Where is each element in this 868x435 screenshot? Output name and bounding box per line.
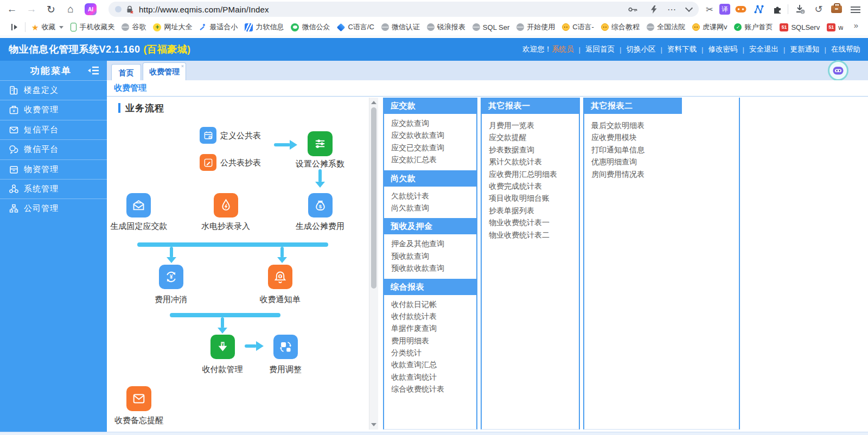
bookmark-item[interactable]: C语言/C xyxy=(337,22,374,32)
extension-puzzle-icon[interactable] xyxy=(770,0,784,18)
insecure-lock-icon[interactable] xyxy=(126,5,133,14)
report-link[interactable]: 欠款统计表 xyxy=(384,190,476,202)
report-link[interactable]: 应交款收款查询 xyxy=(384,129,476,141)
bookmarks-overflow-icon[interactable]: » xyxy=(854,21,858,30)
bookmark-item[interactable]: ★收藏 xyxy=(31,22,63,32)
report-link[interactable]: 收款查询统计 xyxy=(384,371,476,383)
graph-network-icon[interactable] xyxy=(752,0,766,18)
report-link[interactable]: 综合收费统计表 xyxy=(384,383,476,395)
report-link[interactable]: 应收费用模块 xyxy=(584,131,739,143)
sidebar-item-wechat-platform[interactable]: 微信平台 xyxy=(0,139,107,159)
report-link[interactable]: 最后交款明细表 xyxy=(584,119,739,131)
ai-helper-button[interactable] xyxy=(828,60,848,81)
report-link[interactable]: 收付款统计表 xyxy=(384,310,476,322)
report-link[interactable]: 收费完成统计表 xyxy=(482,180,579,192)
translate-icon[interactable]: 译 xyxy=(719,4,730,15)
report-link[interactable]: 收付款日记帐 xyxy=(384,298,476,310)
download-icon[interactable]: v xyxy=(793,0,807,18)
url-text[interactable]: http://www.eqmis.com/PMain/Index xyxy=(139,5,269,14)
report-link[interactable]: 单据作废查询 xyxy=(384,322,476,334)
bookmark-item[interactable]: 综合教程 xyxy=(601,22,640,32)
tab-fee-management[interactable]: 收费管理× xyxy=(143,62,186,80)
sidebar-item-fee-management[interactable]: ¥ 收费管理 xyxy=(0,100,107,119)
lightning-icon[interactable] xyxy=(647,2,660,17)
bookmark-item[interactable]: 力软信息 xyxy=(245,22,284,32)
utility-meter-entry-icon[interactable] xyxy=(214,193,238,218)
collapse-chevron-icon[interactable] xyxy=(682,2,695,17)
report-link[interactable]: 抄表数据查询 xyxy=(482,144,579,156)
define-public-meter-icon[interactable] xyxy=(200,127,216,144)
report-link[interactable]: 费用明细表 xyxy=(384,335,476,347)
report-link[interactable]: 应交已交款查询 xyxy=(384,142,476,153)
bookmark-item[interactable]: 全国法院 xyxy=(647,22,685,32)
bookmark-item[interactable]: 虎课网v xyxy=(692,22,727,32)
bookmark-item[interactable]: 开始使用 xyxy=(516,22,555,32)
report-link[interactable]: 收款查询汇总 xyxy=(384,359,476,370)
flow-scrollbar[interactable] xyxy=(369,98,378,430)
sidebar-item-building-define[interactable]: 楼盘定义 xyxy=(0,80,107,100)
report-link[interactable]: 预收款收款查询 xyxy=(384,262,476,274)
report-link[interactable]: 尚欠款查询 xyxy=(384,202,476,214)
header-link-online-help[interactable]: 在线帮助 xyxy=(831,44,860,54)
bookmark-item[interactable]: 微信公众 xyxy=(291,22,330,32)
bookmark-item[interactable]: 谷歌 xyxy=(122,22,146,32)
bookmark-item[interactable]: 51wx5d3b xyxy=(827,23,843,31)
bookmark-item[interactable]: 微信认证 xyxy=(381,22,420,32)
header-link-logout[interactable]: 安全退出 xyxy=(749,44,778,54)
sidebar-item-sms-platform[interactable]: 短信平台 xyxy=(0,120,107,139)
sidebar-toggle-icon[interactable] xyxy=(10,22,20,32)
scroll-up-icon[interactable] xyxy=(369,99,378,106)
report-link[interactable]: 分类统计 xyxy=(384,347,476,359)
header-link-home[interactable]: 返回首页 xyxy=(585,44,615,54)
site-info-icon[interactable] xyxy=(115,6,122,12)
header-link-update-notice[interactable]: 更新通知 xyxy=(790,44,819,54)
fee-notice-icon[interactable]: ¥ xyxy=(268,265,292,289)
report-link[interactable]: 应交款汇总表 xyxy=(384,153,476,165)
bookmark-item[interactable]: 手机收藏夹 xyxy=(71,22,114,32)
report-link[interactable]: 物业收费统计表一 xyxy=(482,216,579,228)
refresh-icon[interactable]: ↻ xyxy=(43,0,59,18)
toolbox-icon[interactable] xyxy=(831,5,842,13)
game-center-icon[interactable] xyxy=(733,0,748,18)
report-link[interactable]: 应收费用汇总明细表 xyxy=(482,168,579,180)
report-link[interactable]: 物业收费统计表二 xyxy=(482,229,579,241)
scroll-down-icon[interactable] xyxy=(369,421,378,428)
report-link[interactable]: 房间费用情况表 xyxy=(584,168,739,180)
generate-fixed-dues-icon[interactable] xyxy=(126,193,151,218)
bookmark-item[interactable]: SQL Ser xyxy=(473,23,509,31)
sidebar-item-company[interactable]: 公司管理 xyxy=(0,199,107,218)
header-link-switch-community[interactable]: 切换小区 xyxy=(626,44,655,54)
ai-assistant-icon[interactable]: AI xyxy=(85,3,97,15)
fee-adjust-icon[interactable] xyxy=(273,335,298,359)
address-bar[interactable]: http://www.eqmis.com/PMain/Index ⋯ xyxy=(108,2,699,17)
tab-home[interactable]: 首页 xyxy=(111,64,141,80)
header-link-change-password[interactable]: 修改密码 xyxy=(708,44,737,54)
public-meter-reading-icon[interactable] xyxy=(200,154,216,171)
report-link[interactable]: 项目收取明细台账 xyxy=(482,192,579,204)
report-link[interactable]: 累计欠款统计表 xyxy=(482,156,579,168)
password-key-icon[interactable] xyxy=(627,2,640,17)
report-link[interactable]: 预收款查询 xyxy=(384,250,476,262)
forward-icon[interactable]: → xyxy=(24,0,39,18)
set-share-ratio-icon[interactable] xyxy=(308,131,333,156)
scissors-icon[interactable]: ✂ xyxy=(703,0,717,18)
tab-close-icon[interactable]: × xyxy=(181,63,184,69)
fee-memo-reminder-icon[interactable] xyxy=(126,386,151,411)
header-link-downloads[interactable]: 资料下载 xyxy=(667,44,697,54)
menu-fold-icon[interactable] xyxy=(87,65,99,76)
sidebar-item-materials[interactable]: 物资管理 xyxy=(0,159,107,179)
report-link[interactable]: 抄表单据列表 xyxy=(482,204,579,216)
report-link[interactable]: 优惠明细查询 xyxy=(584,156,739,168)
report-link[interactable]: 应交款提醒 xyxy=(482,131,579,143)
current-user-link[interactable]: 系统员 xyxy=(552,44,574,54)
scrollbar-thumb[interactable] xyxy=(371,107,376,289)
back-icon[interactable]: ← xyxy=(4,0,20,18)
bookmark-item[interactable]: ✓账户首页 xyxy=(734,22,773,32)
report-link[interactable]: 应交款查询 xyxy=(384,117,476,129)
bookmark-item[interactable]: 最适合小 xyxy=(199,22,238,32)
report-link[interactable]: 月费用一览表 xyxy=(482,119,579,131)
bookmark-item[interactable]: C语言- xyxy=(562,22,594,32)
sidebar-item-system[interactable]: 系统管理 xyxy=(0,179,107,199)
menu-hamburger-icon[interactable] xyxy=(851,7,860,8)
report-link[interactable]: 押金及其他查询 xyxy=(384,238,476,250)
